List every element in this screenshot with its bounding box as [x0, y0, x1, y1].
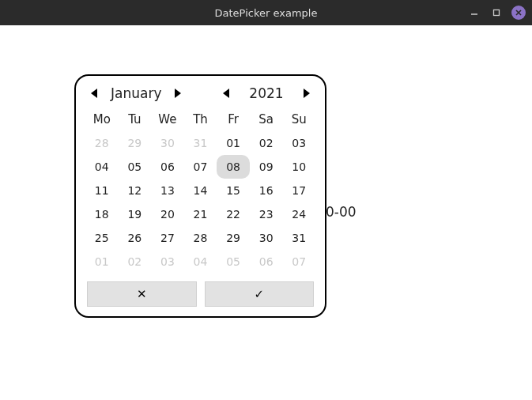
calendar-grid: MoTuWeThFrSaSu28293031010203040506070809…: [82, 106, 319, 281]
day-of-week-header: Mo: [85, 108, 119, 131]
prev-month-button[interactable]: [87, 86, 101, 100]
calendar-day[interactable]: 30: [250, 226, 283, 250]
calendar-day[interactable]: 24: [282, 202, 315, 226]
next-year-button[interactable]: [300, 86, 314, 100]
calendar-day[interactable]: 31: [282, 226, 315, 250]
calendar-day-outside: 01: [85, 250, 119, 274]
cancel-button[interactable]: ✕: [87, 281, 197, 307]
next-month-button[interactable]: [171, 86, 185, 100]
svg-marker-7: [304, 89, 310, 98]
day-of-week-header: Tu: [119, 108, 152, 131]
month-group: January: [87, 85, 185, 101]
calendar-day[interactable]: 16: [250, 179, 283, 202]
calendar-day[interactable]: 19: [119, 202, 152, 226]
maximize-button[interactable]: [489, 6, 504, 20]
calendar-day[interactable]: 05: [119, 155, 152, 179]
calendar-day-outside: 30: [151, 131, 184, 155]
calendar-day[interactable]: 20: [151, 202, 184, 226]
right-triangle-icon: [174, 88, 182, 99]
day-of-week-header: We: [151, 108, 184, 131]
calendar-day[interactable]: 27: [151, 226, 184, 250]
calendar-day-outside: 28: [85, 131, 119, 155]
calendar-day-outside: 31: [184, 131, 217, 155]
day-of-week-header: Su: [282, 108, 315, 131]
prev-year-button[interactable]: [219, 86, 233, 100]
svg-marker-4: [91, 89, 97, 98]
calendar-day-outside: 03: [151, 250, 184, 274]
left-triangle-icon: [90, 88, 98, 99]
day-of-week-header: Th: [184, 108, 217, 131]
calendar-day[interactable]: 08: [217, 155, 250, 179]
right-triangle-icon: [303, 88, 311, 99]
calendar-day-outside: 07: [282, 250, 315, 274]
datepicker-actions: ✕ ✓: [82, 281, 319, 307]
calendar-day[interactable]: 06: [151, 155, 184, 179]
confirm-button[interactable]: ✓: [205, 281, 315, 307]
day-of-week-header: Sa: [250, 108, 283, 131]
underlay-text: 0-00: [326, 204, 357, 220]
calendar-day[interactable]: 09: [250, 155, 283, 179]
datepicker-header: January 2021: [82, 84, 319, 106]
calendar-day-outside: 06: [250, 250, 283, 274]
close-icon: [515, 9, 523, 17]
left-triangle-icon: [222, 88, 230, 99]
maximize-icon: [492, 9, 500, 17]
close-button[interactable]: [511, 6, 526, 20]
calendar-day[interactable]: 07: [184, 155, 217, 179]
calendar-day[interactable]: 04: [85, 155, 119, 179]
day-of-week-header: Fr: [217, 108, 250, 131]
calendar-day[interactable]: 03: [282, 131, 315, 155]
calendar-day[interactable]: 26: [119, 226, 152, 250]
window-controls: [467, 6, 526, 20]
svg-marker-6: [223, 89, 229, 98]
minimize-icon: [470, 9, 478, 17]
calendar-day-outside: 04: [184, 250, 217, 274]
calendar-day[interactable]: 17: [282, 179, 315, 202]
year-label[interactable]: 2021: [243, 85, 290, 101]
calendar-day[interactable]: 28: [184, 226, 217, 250]
calendar-day[interactable]: 18: [85, 202, 119, 226]
calendar-day[interactable]: 10: [282, 155, 315, 179]
minimize-button[interactable]: [467, 6, 481, 20]
datepicker-popup: January 2021 MoTuWeThFrSaSu2829303101020…: [74, 74, 326, 318]
calendar-day-outside: 29: [119, 131, 152, 155]
calendar-day[interactable]: 14: [184, 179, 217, 202]
calendar-day-outside: 02: [119, 250, 152, 274]
calendar-day[interactable]: 13: [151, 179, 184, 202]
calendar-day[interactable]: 22: [217, 202, 250, 226]
calendar-day-outside: 05: [217, 250, 250, 274]
calendar-day[interactable]: 15: [217, 179, 250, 202]
month-label[interactable]: January: [111, 85, 161, 101]
calendar-day[interactable]: 25: [85, 226, 119, 250]
calendar-day[interactable]: 21: [184, 202, 217, 226]
content-area: 0-00 January 2021 MoT: [0, 25, 532, 400]
titlebar: DatePicker example: [0, 0, 532, 25]
calendar-day[interactable]: 11: [85, 179, 119, 202]
calendar-day[interactable]: 12: [119, 179, 152, 202]
window-title: DatePicker example: [215, 7, 318, 19]
calendar-day[interactable]: 29: [217, 226, 250, 250]
svg-rect-1: [494, 10, 500, 16]
year-group: 2021: [219, 85, 314, 101]
calendar-day[interactable]: 23: [250, 202, 283, 226]
svg-marker-5: [175, 89, 181, 98]
calendar-day[interactable]: 02: [250, 131, 283, 155]
calendar-day[interactable]: 01: [217, 131, 250, 155]
